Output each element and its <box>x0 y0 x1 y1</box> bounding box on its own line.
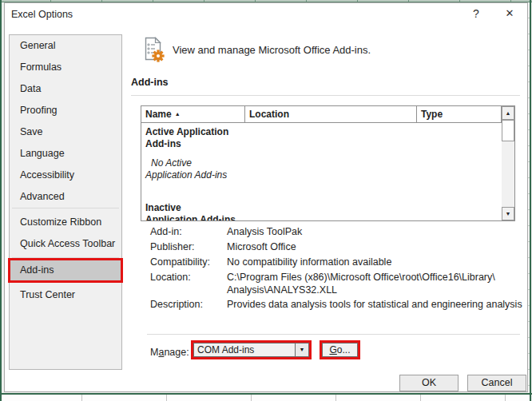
detail-row-location: Location: C:\Program Files (x86)\Microso… <box>150 271 526 296</box>
sidebar-item-advanced[interactable]: Advanced <box>10 186 121 208</box>
sidebar-item-proofing[interactable]: Proofing <box>10 100 121 121</box>
manage-label: Manage: <box>150 344 189 360</box>
group-inactive-application-addins[interactable]: Inactive Application Add-ins <box>145 202 240 220</box>
addins-table-content: Name▲ Location Type Active Application A… <box>141 106 502 220</box>
excel-backdrop-grid-strip <box>2 395 530 401</box>
section-title-add-ins: Add-ins <box>131 77 169 88</box>
go-button[interactable]: Go... <box>322 343 358 357</box>
manage-dropdown-value: COM Add-ins <box>197 344 254 355</box>
detail-row-description: Description: Provides data analysis tool… <box>150 298 526 311</box>
dialog-title: Excel Options <box>11 9 73 20</box>
sidebar-item-accessibility[interactable]: Accessibility <box>10 165 121 186</box>
column-header-location[interactable]: Location <box>245 106 417 122</box>
chevron-down-icon[interactable]: ▼ <box>295 343 308 356</box>
annotation-box-manage-dropdown: COM Add-ins ▼ <box>191 340 312 359</box>
ok-button[interactable]: OK <box>399 375 459 391</box>
sidebar-separator <box>12 208 119 208</box>
sidebar-item-trust-center[interactable]: Trust Center <box>10 284 121 306</box>
scrollbar-thumb[interactable] <box>502 120 514 141</box>
cancel-button[interactable]: Cancel <box>467 375 526 391</box>
page-description: View and manage Microsoft Office Add-ins… <box>173 44 371 56</box>
table-scrollbar[interactable]: ▲ ▼ <box>502 106 514 220</box>
options-sidebar: General Formulas Data Proofing Save Lang… <box>9 34 122 370</box>
annotation-box-go-button: Go... <box>320 340 360 359</box>
help-icon[interactable]: ? <box>468 7 484 23</box>
manage-dropdown[interactable]: COM Add-ins ▼ <box>193 343 309 357</box>
column-header-type[interactable]: Type <box>417 106 502 122</box>
detail-row-compatibility: Compatibility: No compatibility informat… <box>150 256 526 268</box>
sidebar-item-general[interactable]: General <box>10 35 121 57</box>
group-no-active-addins[interactable]: No Active Application Add-ins <box>145 157 240 181</box>
scrollbar-up-icon[interactable]: ▲ <box>502 106 514 120</box>
sidebar-item-save[interactable]: Save <box>10 121 121 143</box>
group-active-application-addins[interactable]: Active Application Add-ins <box>145 126 240 150</box>
detail-row-addin: Add-in: Analysis ToolPak <box>150 225 526 238</box>
sidebar-separator <box>12 257 119 258</box>
close-icon[interactable]: ✕ <box>500 7 519 23</box>
scrollbar-down-icon[interactable]: ▼ <box>502 207 514 220</box>
excel-options-dialog: Excel Options ? ✕ General Formulas Data … <box>4 2 528 392</box>
addins-table-header: Name▲ Location Type <box>141 106 502 123</box>
addins-table-body: Active Application Add-ins No Active App… <box>141 123 502 220</box>
sidebar-item-quick-access-toolbar[interactable]: Quick Access Toolbar <box>10 233 121 255</box>
sidebar-item-add-ins[interactable]: Add-ins <box>10 260 121 281</box>
column-header-name[interactable]: Name▲ <box>141 106 245 122</box>
sidebar-item-customize-ribbon[interactable]: Customize Ribbon <box>10 212 121 233</box>
manage-divider <box>147 334 520 335</box>
section-divider <box>131 95 520 96</box>
addins-page-icon <box>142 37 165 62</box>
gear-icon <box>152 50 164 62</box>
excel-backdrop-left-border <box>0 0 2 401</box>
detail-row-publisher: Publisher: Microsoft Office <box>150 240 526 253</box>
addin-details: Add-in: Analysis ToolPak Publisher: Micr… <box>150 225 526 313</box>
sidebar-item-language[interactable]: Language <box>10 143 121 165</box>
sidebar-item-data[interactable]: Data <box>10 78 121 100</box>
screenshot-stage: Excel Options ? ✕ General Formulas Data … <box>0 0 532 401</box>
addins-table: Name▲ Location Type Active Application A… <box>141 105 515 221</box>
sort-ascending-icon: ▲ <box>175 111 181 117</box>
sidebar-item-formulas[interactable]: Formulas <box>10 57 121 78</box>
excel-backdrop-right-border <box>530 0 531 401</box>
